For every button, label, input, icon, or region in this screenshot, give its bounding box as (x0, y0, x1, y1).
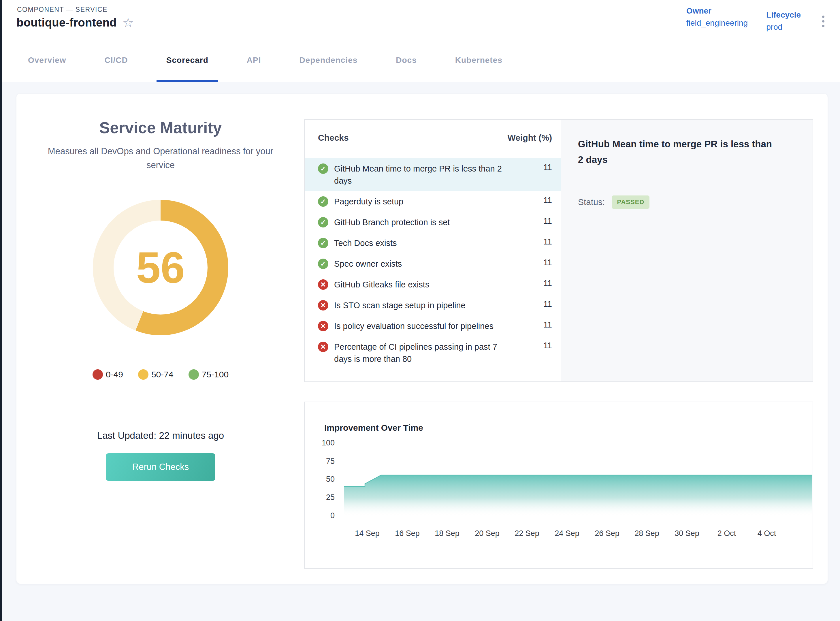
check-weight: 11 (509, 216, 552, 226)
x-axis-label: 2 Oct (704, 529, 750, 538)
check-label: Is STO scan stage setup in pipeline (334, 299, 503, 311)
y-axis-tick: 75 (313, 457, 334, 466)
score-donut-chart: 56 (93, 200, 228, 335)
legend-label: 0-49 (106, 370, 123, 379)
kebab-menu-icon[interactable] (819, 14, 827, 28)
check-failed-icon: ✕ (318, 279, 328, 290)
x-axis-label: 22 Sep (504, 529, 550, 538)
tab-scorecard[interactable]: Scorecard (156, 38, 218, 82)
weight-column-header: Weight (%) (503, 133, 552, 143)
legend-yellow-dot-icon (138, 369, 148, 380)
check-label: Pagerduty is setup (334, 195, 503, 208)
check-weight: 11 (509, 258, 552, 267)
check-weight: 11 (509, 299, 552, 309)
scorecard-page: Service Maturity Measures all DevOps and… (2, 82, 840, 621)
check-label: Percentage of CI pipelines passing in pa… (334, 341, 503, 365)
check-weight: 11 (509, 195, 552, 205)
scorecard-title: Service Maturity (17, 118, 305, 137)
check-weight: 11 (509, 320, 552, 330)
check-row-mean-time-to-merge[interactable]: ✓ GitHub Mean time to merge PR is less t… (305, 158, 561, 191)
y-axis-tick: 25 (313, 493, 334, 502)
owner-link[interactable]: field_engineering (686, 18, 748, 28)
score-value: 56 (93, 200, 228, 335)
x-axis-label: 4 Oct (744, 529, 790, 538)
check-passed-icon: ✓ (318, 196, 328, 207)
last-updated-text: Last Updated: 22 minutes ago (17, 430, 305, 441)
improvement-area-chart (305, 402, 813, 568)
checks-column-header: Checks (318, 133, 503, 143)
check-passed-icon: ✓ (318, 259, 328, 269)
check-weight: 11 (509, 163, 552, 172)
x-axis-label: 18 Sep (424, 529, 470, 538)
check-weight: 11 (509, 341, 552, 350)
score-legend: 0-49 50-74 75-100 (17, 369, 305, 380)
service-maturity-panel: Service Maturity Measures all DevOps and… (17, 94, 305, 584)
tab-overview[interactable]: Overview (18, 38, 76, 82)
check-passed-icon: ✓ (318, 217, 328, 227)
legend-red-dot-icon (92, 369, 103, 380)
tab-kubernetes[interactable]: Kubernetes (445, 38, 512, 82)
checks-table-header: Checks Weight (%) (305, 133, 561, 143)
page-title: boutique-frontend (17, 16, 117, 29)
check-detail-title: GitHub Mean time to merge PR is less tha… (578, 136, 780, 168)
check-label: Tech Docs exists (334, 237, 503, 249)
legend-item-green: 75-100 (189, 369, 229, 380)
x-axis-label: 28 Sep (624, 529, 670, 538)
tab-dependencies[interactable]: Dependencies (289, 38, 367, 82)
status-badge: PASSED (612, 195, 649, 209)
breadcrumb: COMPONENT — SERVICE (17, 6, 107, 14)
legend-item-yellow: 50-74 (138, 369, 174, 380)
x-axis-label: 14 Sep (344, 529, 390, 538)
legend-item-red: 0-49 (92, 369, 123, 380)
check-row-branch-protection[interactable]: ✓ GitHub Branch protection is set 11 (305, 212, 561, 233)
x-axis-label: 20 Sep (464, 529, 510, 538)
check-row-ci-pipelines-passing[interactable]: ✕ Percentage of CI pipelines passing in … (305, 336, 561, 369)
entity-header: COMPONENT — SERVICE boutique-frontend ☆ … (2, 0, 840, 38)
legend-label: 50-74 (151, 370, 174, 379)
check-passed-icon: ✓ (318, 238, 328, 248)
check-passed-icon: ✓ (318, 164, 328, 174)
owner-block: Owner field_engineering (686, 6, 748, 28)
check-row-sto-scan[interactable]: ✕ Is STO scan stage setup in pipeline 11 (305, 295, 561, 316)
x-axis-label: 30 Sep (664, 529, 710, 538)
lifecycle-label: Lifecycle (766, 11, 801, 20)
check-detail-panel: GitHub Mean time to merge PR is less tha… (561, 120, 813, 382)
tab-docs[interactable]: Docs (386, 38, 426, 82)
x-axis-label: 16 Sep (384, 529, 430, 538)
y-axis-tick: 0 (313, 511, 334, 520)
check-label: GitHub Branch protection is set (334, 216, 503, 228)
rerun-checks-button[interactable]: Rerun Checks (106, 453, 215, 481)
lifecycle-block: Lifecycle prod (766, 11, 801, 32)
check-label: Spec owner exists (334, 258, 503, 270)
check-weight: 11 (509, 237, 552, 247)
check-failed-icon: ✕ (318, 321, 328, 331)
collapsed-sidebar-strip (0, 0, 2, 621)
legend-green-dot-icon (189, 369, 199, 380)
y-axis-tick: 100 (313, 439, 334, 447)
check-label: GitHub Mean time to merge PR is less tha… (334, 163, 503, 187)
improvement-chart-box: Improvement Over Time 100 75 50 25 0 14 … (304, 401, 813, 569)
check-failed-icon: ✕ (318, 342, 328, 352)
legend-label: 75-100 (202, 370, 229, 379)
check-row-gitleaks[interactable]: ✕ GitHub Gitleaks file exists 11 (305, 274, 561, 295)
check-row-tech-docs[interactable]: ✓ Tech Docs exists 11 (305, 233, 561, 253)
checks-list: Checks Weight (%) ✓ GitHub Mean time to … (305, 120, 561, 382)
scorecard-card: Service Maturity Measures all DevOps and… (17, 94, 828, 584)
check-row-spec-owner[interactable]: ✓ Spec owner exists 11 (305, 253, 561, 274)
scorecard-subtitle: Measures all DevOps and Operational read… (41, 144, 280, 172)
checks-box: Checks Weight (%) ✓ GitHub Mean time to … (304, 119, 813, 382)
x-axis-label: 24 Sep (544, 529, 590, 538)
check-row-pagerduty[interactable]: ✓ Pagerduty is setup 11 (305, 191, 561, 212)
check-label: Is policy evaluation successful for pipe… (334, 320, 503, 332)
check-weight: 11 (509, 279, 552, 288)
check-row-policy-evaluation[interactable]: ✕ Is policy evaluation successful for pi… (305, 316, 561, 336)
lifecycle-value: prod (766, 23, 801, 32)
check-failed-icon: ✕ (318, 300, 328, 310)
tab-api[interactable]: API (237, 38, 271, 82)
check-label: GitHub Gitleaks file exists (334, 279, 503, 291)
tab-cicd[interactable]: CI/CD (95, 38, 138, 82)
status-label: Status: (578, 197, 605, 207)
favorite-star-icon[interactable]: ☆ (123, 17, 134, 29)
entity-tabbar: Overview CI/CD Scorecard API Dependencie… (2, 38, 840, 82)
x-axis-label: 26 Sep (584, 529, 630, 538)
